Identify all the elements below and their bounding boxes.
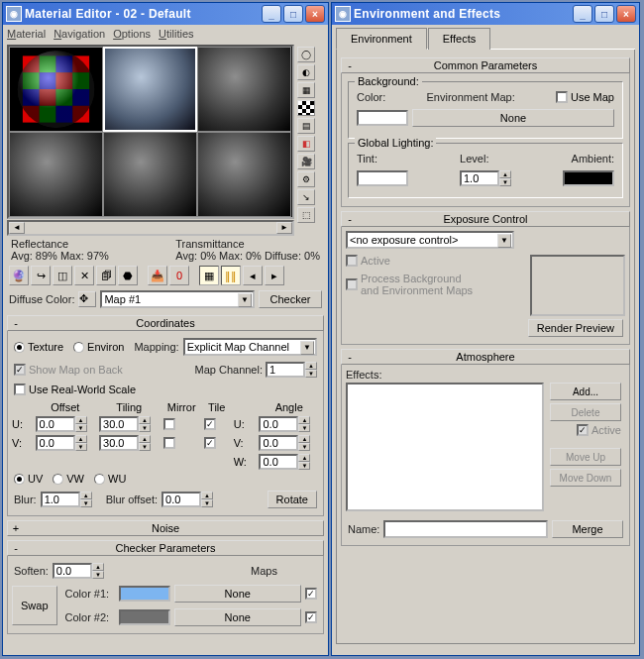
tab-effects[interactable]: Effects: [428, 28, 490, 50]
put-to-library-icon[interactable]: 📥: [148, 266, 167, 285]
make-copy-icon[interactable]: 🗐: [96, 266, 116, 285]
dropdown-arrow-icon[interactable]: ▼: [300, 341, 314, 355]
color1-swatch[interactable]: [119, 586, 170, 602]
vw-radio[interactable]: VW: [53, 473, 84, 485]
material-map-nav-icon[interactable]: ⬚: [297, 207, 315, 223]
v-mirror-check[interactable]: [163, 437, 200, 449]
select-by-mat-icon[interactable]: ↘: [297, 189, 315, 205]
coordinates-rollup-header[interactable]: - Coordinates: [7, 315, 324, 331]
blur-spinner[interactable]: ▲▼: [41, 492, 92, 507]
minimize-button[interactable]: _: [262, 5, 281, 23]
rotate-button[interactable]: Rotate: [268, 491, 317, 508]
minimize-button[interactable]: _: [573, 5, 592, 23]
tab-environment[interactable]: Environment: [336, 28, 427, 50]
close-button[interactable]: ×: [305, 5, 325, 23]
make-unique-icon[interactable]: ⬣: [118, 266, 138, 285]
sample-uv-icon[interactable]: ▤: [297, 118, 315, 134]
merge-button[interactable]: Merge: [552, 520, 623, 538]
material-id-icon[interactable]: 0: [169, 266, 189, 285]
use-map-check[interactable]: Use Map: [556, 91, 614, 103]
pick-map-icon[interactable]: ✥: [78, 291, 96, 307]
collapse-icon[interactable]: -: [10, 542, 22, 554]
exposure-header[interactable]: - Exposure Control: [341, 211, 630, 227]
close-button[interactable]: ×: [616, 5, 636, 23]
preview-icon[interactable]: 🎥: [297, 154, 315, 169]
color1-map-enable[interactable]: [305, 588, 317, 600]
blur-offset-spinner[interactable]: ▲▼: [161, 492, 213, 507]
get-material-icon[interactable]: 🔮: [9, 266, 29, 285]
material-slot-3[interactable]: [197, 47, 291, 132]
mapping-dropdown[interactable]: Explicit Map Channel ▼: [183, 338, 317, 356]
color2-swatch[interactable]: [119, 609, 170, 625]
bg-color-swatch[interactable]: [357, 110, 408, 126]
scroll-right-icon[interactable]: ►: [276, 222, 292, 234]
menu-options[interactable]: Options: [113, 28, 151, 40]
material-slot-2[interactable]: [103, 47, 197, 132]
exposure-dropdown[interactable]: <no exposure control> ▼: [346, 231, 514, 249]
menu-navigation[interactable]: Navigation: [54, 28, 105, 40]
material-slot-5[interactable]: [103, 132, 197, 217]
tint-swatch[interactable]: [357, 170, 408, 186]
environ-radio[interactable]: Environ: [73, 341, 124, 353]
show-in-viewport-icon[interactable]: ▦: [199, 266, 219, 285]
menu-utilities[interactable]: Utilities: [159, 28, 193, 40]
material-slot-6[interactable]: [197, 132, 291, 217]
v-tile-check[interactable]: [204, 437, 230, 449]
level-spinner[interactable]: ▲▼: [460, 170, 511, 186]
env-map-button[interactable]: None: [412, 109, 614, 127]
u-offset-spinner[interactable]: ▲▼: [36, 416, 96, 432]
atmosphere-header[interactable]: - Atmosphere: [341, 349, 630, 365]
maximize-button[interactable]: □: [594, 5, 614, 23]
reset-map-icon[interactable]: ✕: [74, 266, 94, 285]
scroll-left-icon[interactable]: ◄: [9, 222, 25, 234]
material-grid-scrollbar[interactable]: ◄ ►: [7, 220, 294, 236]
v-offset-spinner[interactable]: ▲▼: [36, 435, 96, 451]
maximize-button[interactable]: □: [283, 5, 303, 23]
collapse-icon[interactable]: -: [344, 59, 356, 71]
go-to-parent-icon[interactable]: ◂: [243, 266, 263, 285]
swap-button[interactable]: Swap: [12, 586, 57, 625]
common-params-header[interactable]: - Common Parameters: [341, 57, 630, 73]
u-tile-check[interactable]: [204, 418, 230, 430]
put-to-scene-icon[interactable]: ↪: [31, 266, 51, 285]
checker-rollup-header[interactable]: - Checker Parameters: [7, 540, 324, 556]
map-type-button[interactable]: Checker: [259, 290, 322, 308]
map-name-dropdown[interactable]: Map #1 ▼: [100, 290, 255, 308]
add-effect-button[interactable]: Add...: [550, 383, 621, 400]
material-slot-4[interactable]: [9, 132, 103, 217]
v-angle-spinner[interactable]: ▲▼: [259, 435, 319, 451]
assign-to-sel-icon[interactable]: ◫: [53, 266, 72, 285]
show-end-result-icon[interactable]: ‖‖: [221, 266, 241, 285]
color2-map-enable[interactable]: [305, 611, 317, 623]
expand-icon[interactable]: +: [10, 522, 22, 534]
sample-type-icon[interactable]: ◯: [297, 47, 315, 62]
dropdown-arrow-icon[interactable]: ▼: [497, 234, 511, 248]
color2-map-button[interactable]: None: [174, 608, 301, 626]
ambient-swatch[interactable]: [563, 170, 614, 186]
collapse-icon[interactable]: -: [344, 351, 356, 363]
texture-radio[interactable]: Texture: [14, 341, 63, 353]
u-tiling-spinner[interactable]: ▲▼: [99, 416, 160, 432]
u-mirror-check[interactable]: [163, 418, 200, 430]
pattern-icon[interactable]: [297, 100, 315, 116]
noise-rollup-header[interactable]: + Noise: [7, 520, 324, 536]
backlight-icon[interactable]: ◐: [297, 64, 315, 80]
go-forward-icon[interactable]: ▸: [265, 266, 284, 285]
render-preview-button[interactable]: Render Preview: [528, 319, 623, 337]
environment-titlebar[interactable]: ◉ Environment and Effects _ □ ×: [332, 3, 639, 25]
dropdown-arrow-icon[interactable]: ▼: [238, 293, 252, 307]
map-channel-spinner[interactable]: ▲▼: [266, 362, 317, 378]
wu-radio[interactable]: WU: [94, 473, 126, 485]
collapse-icon[interactable]: -: [10, 317, 22, 329]
color1-map-button[interactable]: None: [174, 585, 301, 603]
collapse-icon[interactable]: -: [344, 213, 356, 225]
background-icon[interactable]: ▦: [297, 82, 315, 98]
material-editor-titlebar[interactable]: ◉ Material Editor - 02 - Default _ □ ×: [3, 3, 328, 25]
u-angle-spinner[interactable]: ▲▼: [259, 416, 319, 432]
soften-spinner[interactable]: ▲▼: [53, 563, 104, 579]
effect-name-input[interactable]: [383, 520, 548, 538]
menu-material[interactable]: Material: [7, 28, 46, 40]
real-world-check[interactable]: Use Real-World Scale: [14, 384, 136, 395]
w-angle-spinner[interactable]: ▲▼: [259, 454, 319, 470]
options-icon[interactable]: ⚙: [297, 171, 315, 187]
